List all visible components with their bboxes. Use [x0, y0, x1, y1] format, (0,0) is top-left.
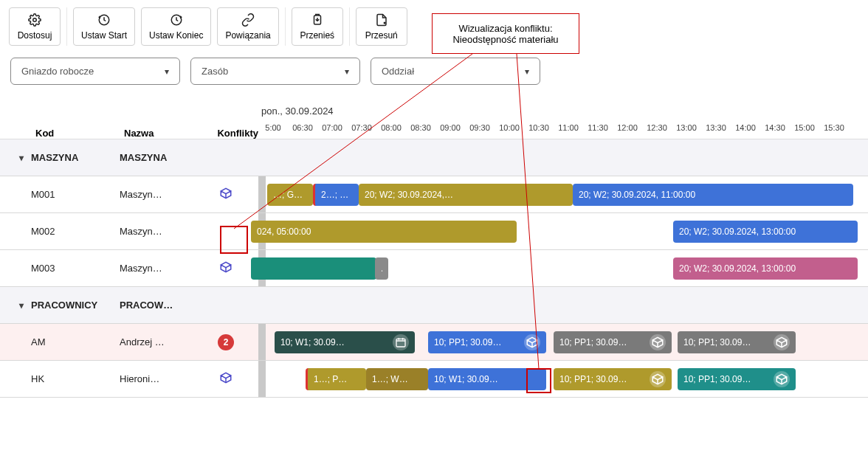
expand-toggle[interactable]: [12, 300, 31, 311]
gantt-lane[interactable]: [258, 287, 868, 323]
clock-back-icon: [97, 13, 111, 27]
gantt-bar[interactable]: 10; PP1; 30.09…: [554, 331, 672, 353]
resource-row: HKHieroni…1…; P…1…; W…10; W1; 30.09…10; …: [0, 361, 868, 398]
expand-toggle[interactable]: [12, 152, 31, 163]
lane-handle[interactable]: [258, 361, 266, 397]
timeline-tick: 14:30: [760, 123, 790, 132]
box-icon: [650, 371, 666, 387]
gantt-bar[interactable]: 20; W2; 30.09.2024, 11:00:00: [573, 184, 853, 206]
box-icon: [774, 334, 790, 350]
gantt-bar-label: 20; W2; 30.09.2024, 11:00:00: [579, 190, 847, 200]
group-row: MASZYNAMASZYNA: [0, 139, 868, 176]
row-code: AM: [31, 336, 120, 347]
timeline-tick: 13:30: [701, 123, 731, 132]
gantt-bar[interactable]: 10; PP1; 30.09…: [554, 368, 672, 390]
toolbar-divider: [349, 7, 350, 46]
timeline-tick: 13:00: [672, 123, 701, 132]
timeline-tick: 07:00: [317, 123, 347, 132]
box-icon: [650, 334, 666, 350]
gantt-bar[interactable]: 20; W2; 30.09.2024, 13:00:00: [673, 257, 858, 280]
gantt-lane[interactable]: 1…; P…1…; W…10; W1; 30.09…10; PP1; 30.09…: [258, 361, 868, 397]
col-code-header: Kod: [35, 128, 124, 139]
row-name: Maszyn…: [120, 226, 208, 237]
timeline-tick: 15:30: [819, 123, 849, 132]
gantt-bar-label: 2…; G…: [321, 190, 353, 200]
timeline-tick: 10:00: [495, 123, 524, 132]
timeline-ticks: 5:0006:3007:0007:3008:0008:3009:0009:301…: [258, 117, 868, 139]
gantt-lane[interactable]: 024, 05:00:0020; W2; 30.09.2024, 13:00:0…: [258, 213, 868, 249]
set-start-button[interactable]: Ustaw Start: [73, 7, 135, 46]
gantt-bar[interactable]: …; G…: [267, 184, 313, 206]
gantt-bar[interactable]: 10; W1; 30.09…: [428, 368, 546, 390]
svg-point-0: [33, 18, 37, 22]
timeline-tick: 14:00: [731, 123, 760, 132]
row-name: Andrzej …: [120, 336, 208, 347]
customize-button[interactable]: Dostosuj: [9, 7, 61, 46]
branch-filter[interactable]: Oddział: [371, 58, 540, 85]
lane-handle[interactable]: [258, 324, 266, 360]
box-icon: [774, 371, 790, 387]
workcenter-filter[interactable]: Gniazdo robocze: [10, 58, 180, 85]
resource-row: M001Maszyn……; G…2…; G…20; W2; 30.09.2024…: [0, 176, 868, 213]
chevron-down-icon: [345, 66, 349, 77]
row-name: Hieroni…: [120, 373, 208, 384]
shift-label: Przesuń: [365, 30, 398, 41]
links-button[interactable]: Powiązania: [217, 7, 278, 46]
column-headers: Kod Nazwa Konflikty pon., 30.09.2024 5:0…: [0, 92, 868, 139]
gantt-lane[interactable]: [258, 139, 868, 176]
gantt-bar-label: 20; W2; 30.09.2024, 13:00:00: [679, 226, 852, 237]
gantt-bar[interactable]: 10; PP1; 30.09…: [678, 331, 796, 353]
timeline-tick: 12:00: [613, 123, 642, 132]
gantt-bar-label: 20; W2; 30.09.2024, 13:00:00: [679, 263, 852, 274]
gantt-bar-label: 20; W2; 30.09.2024,…: [365, 190, 567, 200]
move-button[interactable]: Przenieś: [292, 7, 343, 46]
gantt-bar[interactable]: 10; PP1; 30.09…: [428, 331, 546, 353]
gantt-bar[interactable]: 2…; G…: [313, 184, 359, 206]
gantt-lane[interactable]: …; G…2…; G…20; W2; 30.09.2024,…20; W2; 3…: [258, 176, 868, 212]
set-start-label: Ustaw Start: [81, 30, 127, 41]
workcenter-label: Gniazdo robocze: [21, 66, 94, 77]
chevron-down-icon: [165, 66, 169, 77]
resource-row: AMAndrzej …210; W1; 30.09…10; PP1; 30.09…: [0, 324, 868, 361]
gantt-bar[interactable]: 20; W2; 30.09.2024,…: [359, 184, 573, 206]
timeline-tick: 08:30: [406, 123, 435, 132]
chevron-down-icon: [525, 66, 529, 77]
gantt-bar-label: 1…; P…: [314, 374, 360, 384]
gantt-bar[interactable]: 10; PP1; 30.09…: [678, 368, 796, 390]
row-code: MASZYNA: [31, 152, 120, 163]
gantt-lane[interactable]: 10; W1; 30.09…10; PP1; 30.09…10; PP1; 30…: [258, 324, 868, 360]
timeline-tick: 06:30: [288, 123, 317, 132]
timeline-tick: 07:30: [347, 123, 376, 132]
row-code: HK: [31, 373, 120, 384]
timeline-tick: 09:00: [435, 123, 465, 132]
gantt-bar[interactable]: 024, 05:00:00: [251, 221, 517, 243]
row-name: Maszyn…: [120, 263, 208, 274]
row-code: M002: [31, 226, 120, 237]
lane-handle[interactable]: [258, 176, 266, 212]
resource-filter[interactable]: Zasób: [190, 58, 360, 85]
row-name: Maszyn…: [120, 189, 208, 200]
annotation-callout: Wizualizacja konfliktu: Nieodstępność ma…: [432, 13, 579, 54]
conflict-indicator: [208, 260, 244, 276]
gantt-bar-label: .: [381, 263, 382, 274]
gantt-bar[interactable]: 1…; W…: [366, 368, 428, 390]
gantt-bar[interactable]: .: [375, 257, 388, 280]
customize-label: Dostosuj: [18, 30, 52, 41]
box-icon: [219, 187, 232, 202]
gantt-bar[interactable]: [251, 257, 376, 280]
set-end-button[interactable]: Ustaw Koniec: [141, 7, 211, 46]
gantt-bar[interactable]: 1…; P…: [306, 368, 366, 390]
calendar-icon: [393, 334, 409, 350]
conflict-indicator: 2: [208, 334, 244, 350]
gantt-bar[interactable]: 20; W2; 30.09.2024, 13:00:00: [673, 221, 858, 243]
box-icon: [219, 260, 232, 276]
shift-button[interactable]: Przesuń: [356, 7, 407, 46]
row-code: M001: [31, 189, 120, 200]
gantt-bar-label: 10; PP1; 30.09…: [683, 374, 771, 384]
gantt-bar[interactable]: 10; W1; 30.09…: [275, 331, 415, 353]
gantt-bar-label: …; G…: [273, 190, 307, 200]
timeline-tick: 09:30: [465, 123, 495, 132]
chevron-down-icon: [19, 152, 24, 163]
col-name-header: Nazwa: [124, 128, 213, 139]
gantt-lane[interactable]: .20; W2; 30.09.2024, 13:00:00: [258, 250, 868, 286]
